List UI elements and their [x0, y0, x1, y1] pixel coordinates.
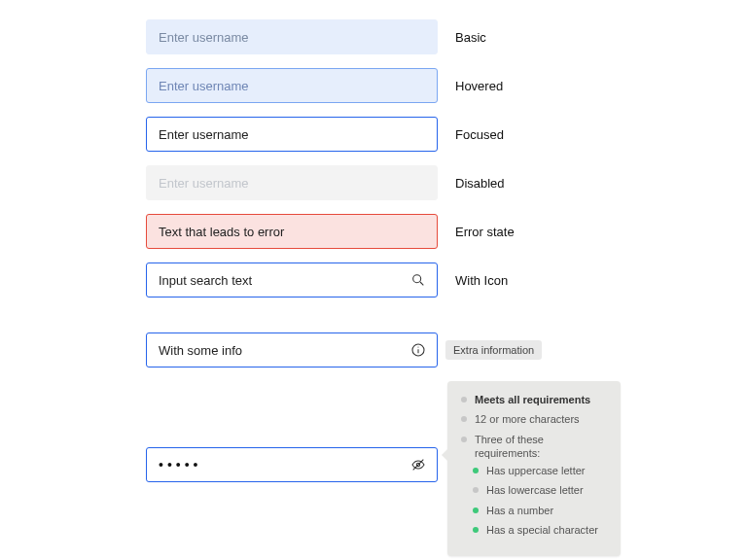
- bullet-dot: [461, 397, 467, 402]
- input-focused[interactable]: Enter username: [146, 117, 438, 152]
- input-basic[interactable]: Enter username: [146, 19, 438, 54]
- row-with-icon: Input search text With Icon: [146, 262, 691, 298]
- svg-point-0: [413, 275, 421, 283]
- bullet-dot-met: [473, 527, 479, 533]
- bullet-dot: [473, 487, 479, 493]
- input-hovered[interactable]: Enter username: [146, 68, 438, 103]
- input-password[interactable]: •••••: [146, 447, 438, 482]
- req-three-of: Three of these requirements:: [461, 433, 607, 461]
- req-lowercase: Has lowercase letter: [473, 483, 607, 497]
- input-disabled: Enter username: [146, 165, 438, 200]
- placeholder-text: Enter username: [159, 176, 249, 191]
- password-masked: •••••: [159, 457, 202, 472]
- placeholder-text: Enter username: [159, 127, 249, 142]
- svg-line-1: [420, 282, 423, 285]
- row-with-info: With some info Extra information: [146, 332, 691, 368]
- placeholder-text: Input search text: [159, 273, 252, 288]
- req-length: 12 or more characters: [461, 412, 607, 426]
- state-label: Disabled: [455, 176, 505, 191]
- search-icon[interactable]: [409, 271, 427, 289]
- bullet-dot: [461, 416, 467, 422]
- row-focused: Enter username Focused: [146, 117, 691, 152]
- state-label: Error state: [455, 225, 515, 239]
- visibility-off-icon[interactable]: [409, 456, 427, 473]
- row-disabled: Enter username Disabled: [146, 165, 691, 200]
- state-label: With Icon: [455, 273, 508, 288]
- row-basic: Enter username Basic: [146, 19, 691, 54]
- req-title: Meets all requirements: [461, 393, 607, 406]
- row-error: Text that leads to error Error state: [146, 214, 691, 249]
- input-with-info[interactable]: With some info: [146, 332, 438, 368]
- bullet-dot-met: [473, 508, 479, 513]
- placeholder-text: Enter username: [159, 30, 249, 45]
- row-hovered: Enter username Hovered: [146, 68, 691, 103]
- input-error[interactable]: Text that leads to error: [146, 214, 438, 249]
- info-icon[interactable]: [409, 341, 427, 359]
- req-special: Has a special character: [473, 523, 607, 537]
- state-label: Basic: [455, 30, 486, 45]
- placeholder-text: With some info: [159, 343, 242, 358]
- state-label: Hovered: [455, 79, 503, 93]
- svg-point-4: [417, 346, 418, 347]
- state-label: Focused: [455, 127, 504, 142]
- placeholder-text: Enter username: [159, 79, 249, 93]
- input-search[interactable]: Input search text: [146, 262, 438, 298]
- bullet-dot-met: [473, 468, 479, 473]
- req-number: Has a number: [473, 504, 607, 517]
- bullet-dot: [461, 437, 467, 442]
- req-uppercase: Has uppercase letter: [473, 464, 607, 477]
- password-requirements-panel: Meets all requirements 12 or more charac…: [447, 381, 621, 556]
- info-tooltip: Extra information: [445, 340, 542, 360]
- input-value: Text that leads to error: [159, 225, 284, 239]
